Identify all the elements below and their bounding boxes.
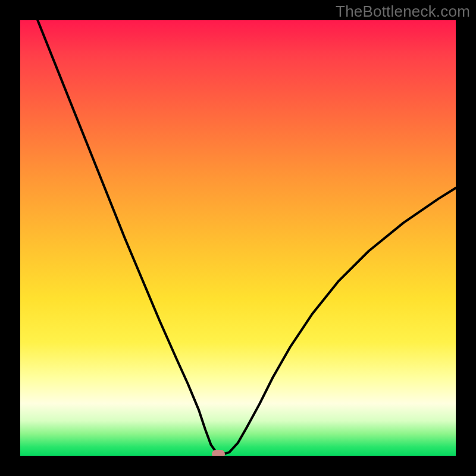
watermark-text: TheBottleneck.com [336, 2, 470, 21]
plot-area [20, 20, 456, 456]
bottleneck-curve [20, 20, 456, 456]
chart-frame: TheBottleneck.com [0, 0, 476, 476]
optimal-point-marker [212, 450, 225, 456]
bottleneck-curve-path [37, 20, 456, 453]
